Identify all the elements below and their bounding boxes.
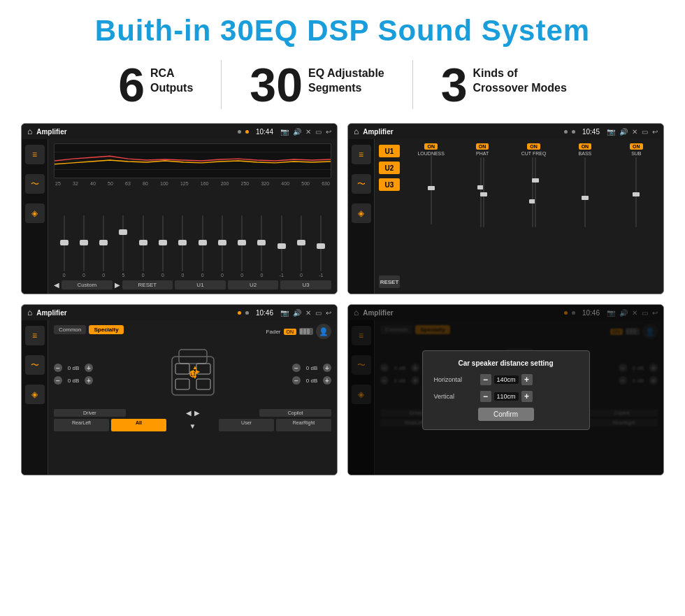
eq-slider-12[interactable]: -1 — [273, 215, 290, 278]
cutfreq-on[interactable]: ON — [527, 143, 540, 150]
db-plus-rb[interactable]: + — [323, 376, 331, 385]
eq-slider-5[interactable]: 0 — [134, 215, 152, 278]
eq-reset-btn[interactable]: RESET — [122, 280, 173, 289]
fader-screen: ⌂ Amplifier 10:46 📷 🔊 ✕ ▭ ↩ ≡ 〜 ◈ — [21, 304, 338, 475]
db-right-bot: − 0 dB + — [292, 376, 331, 385]
arrow-left-icon[interactable]: ◀ — [186, 409, 192, 417]
db-minus-lt[interactable]: − — [54, 364, 62, 372]
common-tab[interactable]: Common — [54, 325, 86, 334]
sidebar-wave-icon-3[interactable]: 〜 — [25, 355, 45, 375]
horizontal-minus[interactable]: − — [480, 374, 491, 385]
u3-button[interactable]: U3 — [379, 178, 400, 191]
arrow-down-icon[interactable]: ▼ — [189, 422, 196, 430]
eq-slider-1[interactable]: 0 — [55, 215, 73, 278]
eq-u3-btn[interactable]: U3 — [280, 280, 331, 289]
phat-label: PHAT — [476, 151, 489, 156]
db-plus-lt[interactable]: + — [85, 364, 93, 372]
eq-custom-btn[interactable]: Custom — [62, 280, 113, 289]
home-icon-3[interactable]: ⌂ — [27, 308, 32, 317]
eq-u1-btn[interactable]: U1 — [175, 280, 226, 289]
u2-button[interactable]: U2 — [379, 162, 400, 174]
back-icon[interactable]: ↩ — [326, 128, 331, 136]
eq-slider-6[interactable]: 0 — [154, 215, 171, 278]
fader-label: Fader — [266, 329, 281, 335]
db-minus-lb[interactable]: − — [54, 376, 62, 385]
eq-slider-8[interactable]: 0 — [194, 215, 211, 278]
cutfreq-label: CUT FREQ — [521, 151, 547, 156]
sidebar-eq-icon[interactable]: ≡ — [25, 145, 45, 164]
back-icon-2[interactable]: ↩ — [652, 128, 658, 136]
sidebar-wave-icon[interactable]: 〜 — [25, 174, 45, 194]
page-title: Buith-in 30EQ DSP Sound System — [21, 14, 664, 48]
eq-slider-14[interactable]: -1 — [312, 215, 330, 278]
camera-icon-3: 📷 — [280, 309, 289, 317]
stat-label-eq-2: Segments — [308, 81, 384, 96]
sidebar-eq-icon-3[interactable]: ≡ — [25, 326, 45, 345]
phat-channel: ON PHAT — [458, 143, 506, 289]
eq-slider-13[interactable]: 0 — [292, 215, 310, 278]
bass-label: BASS — [579, 151, 592, 156]
sidebar-wave-icon-2[interactable]: 〜 — [352, 174, 371, 194]
rearleft-btn[interactable]: RearLeft — [54, 419, 109, 431]
eq-slider-9[interactable]: 0 — [213, 215, 231, 278]
status-bar-2: ⌂ Amplifier 10:45 📷 🔊 ✕ ▭ ↩ — [348, 124, 663, 139]
driver-btn[interactable]: Driver — [54, 409, 126, 417]
screen3-body: ≡ 〜 ◈ Common Specialty Fader ON — [22, 320, 337, 475]
back-icon-3[interactable]: ↩ — [326, 309, 331, 317]
camera-icon: 📷 — [280, 128, 289, 136]
svg-rect-5 — [175, 364, 189, 374]
eq-prev[interactable]: ◀ — [54, 281, 59, 289]
svg-rect-7 — [175, 379, 189, 389]
eq-next[interactable]: ▶ — [115, 281, 120, 289]
dot3 — [564, 130, 568, 134]
all-btn[interactable]: All — [111, 419, 166, 431]
sidebar-speaker-icon[interactable]: ◈ — [25, 203, 45, 223]
reset-button[interactable]: RESET — [379, 275, 400, 288]
stat-label-cross-1: Kinds of — [473, 66, 567, 81]
db-plus-rt[interactable]: + — [323, 364, 331, 372]
db-minus-rt[interactable]: − — [292, 364, 301, 372]
mixer-screen: ⌂ Amplifier 10:45 📷 🔊 ✕ ▭ ↩ ≡ 〜 ◈ — [347, 123, 664, 294]
bass-on[interactable]: ON — [579, 143, 592, 150]
dialog-overlay: Car speaker distance setting Horizontal … — [348, 305, 663, 475]
rearright-btn[interactable]: RearRight — [276, 419, 331, 431]
copilot-btn[interactable]: Copilot — [259, 409, 331, 417]
db-minus-rb[interactable]: − — [292, 376, 301, 385]
u1-button[interactable]: U1 — [379, 145, 400, 157]
dot1 — [238, 130, 241, 134]
eq-slider-10[interactable]: 0 — [233, 215, 251, 278]
vertical-plus[interactable]: + — [521, 391, 533, 402]
sidebar-speaker-icon-2[interactable]: ◈ — [352, 203, 371, 223]
sidebar-eq-icon-2[interactable]: ≡ — [352, 145, 371, 164]
loudness-on[interactable]: ON — [424, 143, 438, 150]
eq-slider-7[interactable]: 0 — [174, 215, 192, 278]
vertical-minus[interactable]: − — [480, 391, 491, 402]
home-icon[interactable]: ⌂ — [27, 127, 32, 136]
sub-on[interactable]: ON — [630, 143, 643, 150]
user-btn-3[interactable]: User — [219, 419, 274, 431]
confirm-button[interactable]: Confirm — [478, 408, 534, 421]
left-db-controls: − 0 dB + − 0 dB + — [54, 364, 93, 385]
specialty-tab[interactable]: Specialty — [89, 325, 123, 334]
screen1-sidebar: ≡ 〜 ◈ — [22, 139, 48, 294]
sidebar-speaker-icon-3[interactable]: ◈ — [25, 385, 45, 404]
phat-on[interactable]: ON — [476, 143, 489, 150]
eq-slider-11[interactable]: 0 — [253, 215, 271, 278]
eq-u2-btn[interactable]: U2 — [228, 280, 279, 289]
fader-on-badge[interactable]: ON — [284, 329, 297, 335]
eq-slider-4[interactable]: 5 — [115, 215, 132, 278]
eq-slider-3[interactable]: 0 — [95, 215, 113, 278]
avatar-btn-3[interactable]: 👤 — [316, 324, 331, 339]
dialog-vertical-row: Vertical − 110cm + — [434, 391, 578, 402]
db-value-rb: 0 dB — [302, 378, 322, 384]
arrow-right-icon[interactable]: ▶ — [194, 409, 200, 417]
vertical-label: Vertical — [434, 393, 476, 400]
u-list: U1 U2 U3 RESET — [375, 139, 404, 294]
close-icon-3: ✕ — [305, 309, 311, 317]
horizontal-plus[interactable]: + — [521, 374, 533, 385]
db-plus-lb[interactable]: + — [85, 376, 93, 385]
camera-icon-2: 📷 — [607, 128, 615, 136]
bottom-btns-row2: RearLeft All ▼ User RearRight — [54, 419, 331, 431]
eq-slider-2[interactable]: 0 — [75, 215, 92, 278]
home-icon-2[interactable]: ⌂ — [354, 127, 359, 136]
